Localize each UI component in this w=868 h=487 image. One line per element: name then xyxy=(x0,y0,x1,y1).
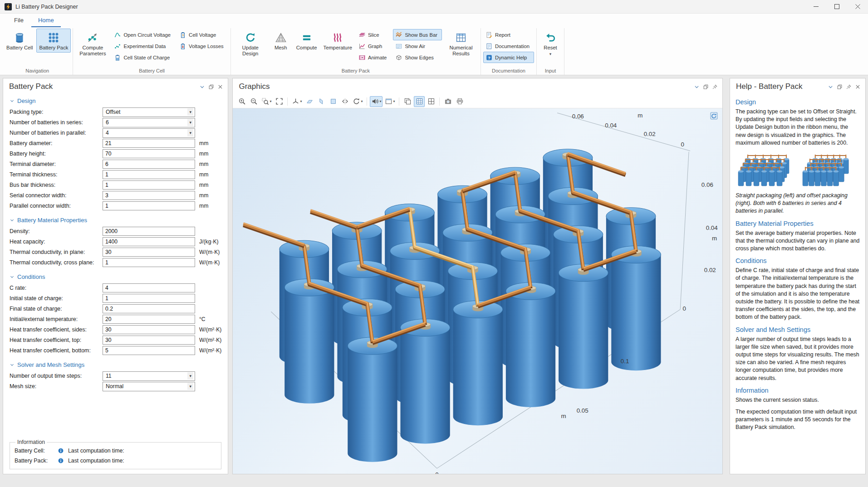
copy-image-button[interactable] xyxy=(402,96,413,107)
section-heading-design[interactable]: Design xyxy=(10,97,221,104)
zoom-out-button[interactable] xyxy=(248,96,259,107)
voltage-losses-button[interactable]: Voltage Losses xyxy=(177,40,228,52)
section-heading-battery-material-properties[interactable]: Battery Material Properties xyxy=(10,217,221,224)
select-number-of-batteries-in-series[interactable]: 6▾ xyxy=(103,118,195,127)
input-heat-transfer-coefficient-sides[interactable] xyxy=(103,325,195,334)
select-number-of-batteries-in-parallel[interactable]: 4▾ xyxy=(103,128,195,138)
menu-home[interactable]: Home xyxy=(31,15,61,27)
cell-voltage-button[interactable]: Cell Voltage xyxy=(177,29,228,40)
field-label: Mesh size: xyxy=(10,383,103,390)
rotate-view-button[interactable]: ▾ xyxy=(351,96,364,107)
panel-window-icons xyxy=(199,84,223,90)
plane-xy-button[interactable] xyxy=(304,96,315,107)
minimize-button[interactable] xyxy=(805,0,826,13)
pin-icon[interactable] xyxy=(712,84,718,90)
experimental-data-button[interactable]: Experimental Data xyxy=(112,40,175,52)
form-row-serial-connector-width: Serial connector width:mm xyxy=(10,191,221,200)
pin-icon[interactable] xyxy=(846,84,852,90)
float-window-icon[interactable] xyxy=(837,84,843,90)
input-final-state-of-charge[interactable] xyxy=(103,304,195,313)
open-circuit-voltage-button[interactable]: Open Circuit Voltage xyxy=(112,29,175,40)
input-battery-diameter[interactable] xyxy=(103,139,195,148)
snapshot-button[interactable] xyxy=(442,96,453,107)
chevron-down-icon[interactable] xyxy=(828,84,834,90)
animate-button[interactable]: Animate xyxy=(356,52,391,63)
packaging-caption: Straight packaging (left) and offset pac… xyxy=(736,192,860,215)
reset-button[interactable]: Reset▾ xyxy=(539,29,562,58)
select-packing-type[interactable]: Offset▾ xyxy=(103,107,195,117)
show-edges-button[interactable]: Show Edges xyxy=(393,52,442,63)
toolbar-separator xyxy=(399,97,399,106)
ribbon-group-battery-pack: Update DesignMeshComputeTemperatureSlice… xyxy=(231,28,481,75)
input-c-rate[interactable] xyxy=(103,283,195,292)
input-heat-capacity[interactable] xyxy=(103,237,195,246)
print-button[interactable] xyxy=(454,96,465,107)
documentation-button[interactable]: Documentation xyxy=(483,40,534,52)
input-terminal-diameter[interactable] xyxy=(103,160,195,169)
close-button[interactable] xyxy=(847,0,868,13)
input-heat-transfer-coefficient-top[interactable] xyxy=(103,336,195,345)
slice-button[interactable]: Slice xyxy=(356,29,391,40)
close-icon[interactable] xyxy=(217,84,223,90)
form-row-packing-type: Packing type:Offset▾ xyxy=(10,107,221,117)
menu-file[interactable]: File xyxy=(7,15,30,27)
input-initial-state-of-charge[interactable] xyxy=(103,294,195,303)
show-air-button[interactable]: Show Air xyxy=(393,40,442,52)
section-heading-conditions[interactable]: Conditions xyxy=(10,273,221,280)
battery-pack-button[interactable]: Battery Pack xyxy=(36,29,71,53)
zoom-in-button[interactable] xyxy=(236,96,247,107)
section-heading-solver-and-mesh-settings[interactable]: Solver and Mesh Settings xyxy=(10,361,221,368)
zoom-out-icon xyxy=(250,97,258,105)
flip-view-button[interactable] xyxy=(339,96,350,107)
input-density[interactable] xyxy=(103,227,195,236)
input-initial-external-temperature[interactable] xyxy=(103,315,195,324)
plane-xz-button[interactable] xyxy=(328,96,338,107)
input-thermal-conductivity-in-plane[interactable] xyxy=(103,248,195,257)
close-icon[interactable] xyxy=(855,84,861,90)
float-window-icon[interactable] xyxy=(703,84,709,90)
select-mesh-size[interactable]: Normal▾ xyxy=(103,382,195,391)
input-parallel-connector-width[interactable] xyxy=(103,201,195,210)
speaker-button[interactable]: ▾ xyxy=(370,96,383,107)
show-bus-bar-button[interactable]: Show Bus Bar xyxy=(393,29,442,40)
compute-button[interactable]: Compute xyxy=(294,29,320,53)
report-button[interactable]: Report xyxy=(483,29,534,40)
update-design-button[interactable]: Update Design xyxy=(233,29,268,59)
graph-button[interactable]: Graph xyxy=(356,40,391,52)
field-label: Heat transfer coefficient, sides: xyxy=(10,326,103,333)
dynamic-help-button[interactable]: ?Dynamic Help xyxy=(483,52,534,63)
view-options-button[interactable]: ▾ xyxy=(383,96,396,107)
zoom-extents-button[interactable] xyxy=(274,96,284,107)
zoom-box-button[interactable]: ▾ xyxy=(260,96,273,107)
mesh-button[interactable]: Mesh xyxy=(269,29,293,53)
scene-context-icon[interactable] xyxy=(710,112,718,120)
svg-text:0: 0 xyxy=(436,471,439,474)
maximize-button[interactable] xyxy=(826,0,847,13)
cell-state-of-charge-button[interactable]: Cell State of Charge xyxy=(112,52,175,63)
main-content: Battery Pack DesignPacking type:Offset▾N… xyxy=(0,75,868,487)
plane-yz-button[interactable] xyxy=(316,96,327,107)
chevron-down-icon[interactable] xyxy=(694,84,700,90)
battery-cell-button[interactable]: Battery Cell xyxy=(4,29,35,53)
chevron-down-icon[interactable] xyxy=(199,84,205,90)
float-window-icon[interactable] xyxy=(208,84,214,90)
ribbon-small-column: Show Bus BarShow AirShow Edges xyxy=(393,29,442,63)
numerical-results-button[interactable]: Numerical Results xyxy=(443,29,479,59)
axis-triad-button[interactable]: ▾ xyxy=(290,96,303,107)
input-thermal-conductivity-cross-plane[interactable] xyxy=(103,258,195,267)
compute-parameters-button[interactable]: Compute Parameters xyxy=(75,29,110,59)
temperature-button[interactable]: Temperature xyxy=(321,29,355,53)
form-row-battery-height: Battery height:mm xyxy=(10,149,221,158)
input-battery-height[interactable] xyxy=(103,149,195,158)
input-terminal-thickness[interactable] xyxy=(103,170,195,179)
input-serial-connector-width[interactable] xyxy=(103,191,195,200)
select-number-of-output-time-steps[interactable]: 11▾ xyxy=(103,371,195,381)
field-label: Heat transfer coefficient, bottom: xyxy=(10,347,103,354)
button-label: Report xyxy=(495,32,510,38)
input-heat-transfer-coefficient-bottom[interactable] xyxy=(103,346,195,355)
show-grid-button[interactable] xyxy=(414,96,425,107)
input-bus-bar-thickness[interactable] xyxy=(103,180,195,190)
svg-text:0.02: 0.02 xyxy=(704,267,716,273)
graphics-viewport[interactable]: 0.060.040.020m0.060.040.020m0.10.05m0 xyxy=(233,108,722,474)
split-view-button[interactable] xyxy=(426,96,436,107)
